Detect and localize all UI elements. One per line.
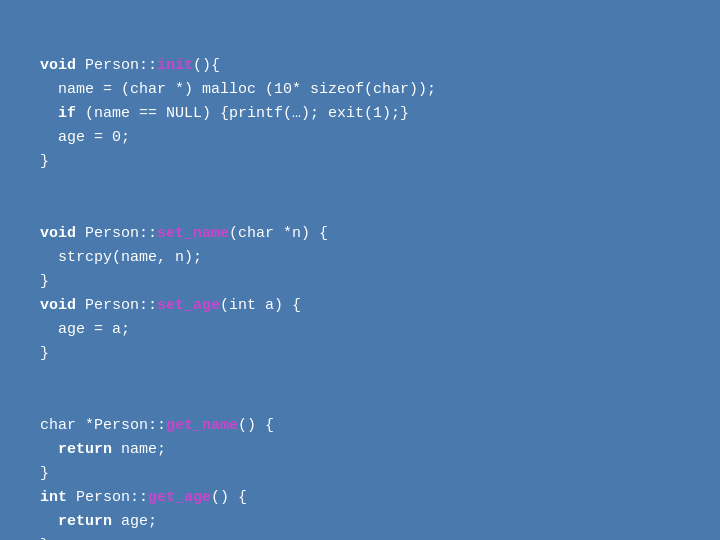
line-10: age = a; xyxy=(40,321,130,338)
line-6: void Person::set_name(char *n) { xyxy=(40,225,328,242)
keyword-return-2: return xyxy=(58,513,112,530)
line-4: age = 0; xyxy=(40,129,130,146)
function-set-age: set_age xyxy=(157,297,220,314)
code-block-section3: char *Person::get_name() { return name; … xyxy=(40,390,680,540)
keyword-void-1: void xyxy=(40,57,76,74)
line-16: return age; xyxy=(40,513,157,530)
line-11: } xyxy=(40,345,49,362)
keyword-void-3: void xyxy=(40,297,76,314)
keyword-void-2: void xyxy=(40,225,76,242)
keyword-int: int xyxy=(40,489,67,506)
line-3: if (name == NULL) {printf(…); exit(1);} xyxy=(40,105,409,122)
code-container: void Person::init(){ name = (char *) mal… xyxy=(0,0,720,540)
line-14: } xyxy=(40,465,49,482)
keyword-return-1: return xyxy=(58,441,112,458)
line-9: void Person::set_age(int a) { xyxy=(40,297,301,314)
line-1: void Person::init(){ xyxy=(40,57,220,74)
function-get-name: get_name xyxy=(166,417,238,434)
function-init: init xyxy=(157,57,193,74)
line-15: int Person::get_age() { xyxy=(40,489,247,506)
code-block-section1: void Person::init(){ name = (char *) mal… xyxy=(40,30,680,198)
code-block-section2: void Person::set_name(char *n) { strcpy(… xyxy=(40,198,680,390)
line-13: return name; xyxy=(40,441,166,458)
keyword-if: if xyxy=(58,105,76,122)
line-2: name = (char *) malloc (10* sizeof(char)… xyxy=(40,81,436,98)
function-set-name: set_name xyxy=(157,225,229,242)
line-12: char *Person::get_name() { xyxy=(40,417,274,434)
function-get-age: get_age xyxy=(148,489,211,506)
line-7: strcpy(name, n); xyxy=(40,249,202,266)
line-8: } xyxy=(40,273,49,290)
line-5: } xyxy=(40,153,49,170)
